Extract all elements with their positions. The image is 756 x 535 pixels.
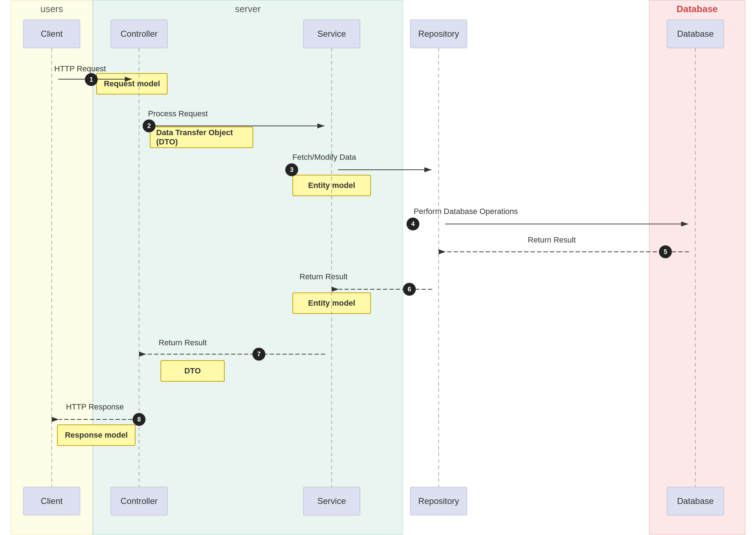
step-1-circle: 1 [85, 73, 98, 86]
actor-database-bottom: Database [667, 487, 724, 515]
label-m6: Return Result [300, 272, 348, 281]
label-m8: HTTP Response [66, 402, 124, 412]
lane-header-users: users [11, 4, 93, 15]
model-dto-top: Data Transfer Object (DTO) [150, 127, 253, 148]
step-2-circle: 2 [143, 119, 155, 132]
label-m3: Fetch/Modify Data [292, 153, 356, 162]
lane-header-database: Database [649, 4, 745, 15]
label-m2: Process Request [148, 109, 208, 118]
label-m7: Return Result [159, 338, 207, 347]
actor-repository-top: Repository [410, 20, 467, 48]
label-m1: HTTP Request [54, 64, 106, 73]
step-5-circle: 5 [659, 245, 672, 258]
model-entity-bottom: Entity model [292, 292, 371, 314]
actor-database-top: Database [667, 20, 724, 48]
actor-controller-top: Controller [111, 20, 168, 48]
label-m4: Perform Database Operations [414, 207, 518, 216]
model-response: Response model [57, 424, 136, 446]
actor-service-bottom: Service [303, 487, 360, 515]
label-m5: Return Result [528, 235, 576, 245]
model-entity-top: Entity model [292, 175, 371, 196]
lane-header-server: server [93, 4, 403, 15]
model-request: Request model [96, 73, 168, 95]
step-3-circle: 3 [285, 163, 298, 176]
step-4-circle: 4 [407, 218, 419, 230]
actor-service-top: Service [303, 20, 360, 48]
step-7-circle: 7 [252, 348, 265, 361]
lane-database [649, 0, 745, 535]
actor-client-top: Client [23, 20, 80, 48]
step-6-circle: 6 [403, 283, 416, 296]
model-dto-bottom: DTO [160, 360, 225, 382]
step-8-circle: 8 [133, 413, 145, 426]
lane-users [11, 0, 93, 535]
diagram-container: users server Database Client Controller … [0, 0, 756, 535]
actor-repository-bottom: Repository [410, 487, 467, 515]
actor-client-bottom: Client [23, 487, 80, 515]
actor-controller-bottom: Controller [111, 487, 168, 515]
